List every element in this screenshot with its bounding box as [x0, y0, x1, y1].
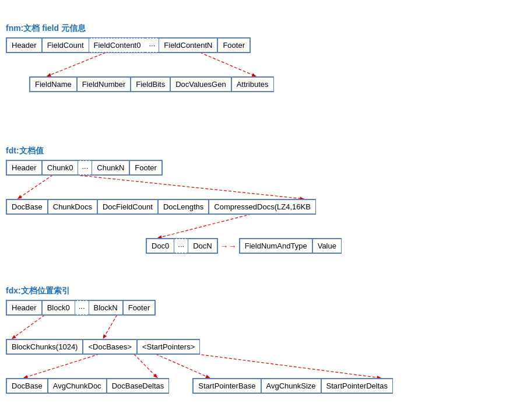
fnm-fieldname: FieldName: [30, 77, 77, 92]
fdx-section: fdx:文档位置索引 Header Block0 ··· BlockN Foot…: [6, 286, 393, 394]
fnm-fieldnumber: FieldNumber: [77, 77, 131, 92]
fnm-dots: ···: [145, 38, 159, 52]
fnm-row1: Header FieldCount FieldContent0 ··· Fiel…: [6, 37, 251, 53]
fnm-fieldcontent0: FieldContent0: [89, 38, 146, 52]
fdx-startpointers: <StartPointers>: [137, 340, 199, 354]
fnm-docvaluesgen: DocValuesGen: [170, 77, 231, 92]
fnm-row2: FieldName FieldNumber FieldBits DocValue…: [29, 76, 274, 92]
fdt-doclengths: DocLengths: [158, 200, 209, 214]
fdt-docfieldcount: DocFieldCount: [97, 200, 158, 214]
fdt-row4: FieldNumAndType Value: [239, 238, 342, 254]
fdt-row3: Doc0 ··· DocN: [146, 238, 218, 254]
fnm-label: fnm:文档 field 元信息: [6, 23, 274, 34]
fdt-chunkdocs: ChunkDocs: [48, 200, 97, 214]
fdt-doc0: Doc0: [146, 239, 174, 253]
fdt-row1: Header Chunk0 ··· ChunkN Footer: [6, 160, 163, 176]
fdx-docbasedeltas: DocBaseDeltas: [107, 379, 169, 393]
fdt-arrow: →→: [220, 242, 237, 251]
fdx-docbases: <DocBases>: [83, 340, 136, 354]
fdx-blockchunks: BlockChunks(1024): [6, 340, 83, 354]
fdx-label: fdx:文档位置索引: [6, 286, 393, 296]
fdt-value: Value: [312, 239, 341, 253]
fnm-fieldcount: FieldCount: [42, 38, 89, 52]
fdt-docbase: DocBase: [6, 200, 48, 214]
fnm-header: Header: [6, 38, 42, 52]
fdx-row3-right: StartPointerBase AvgChunkSize StartPoint…: [192, 378, 393, 394]
fnm-fieldcontentn: FieldContentN: [159, 38, 217, 52]
fdx-row3-left: DocBase AvgChunkDoc DocBaseDeltas: [6, 378, 169, 394]
fdt-dots: ···: [78, 160, 92, 175]
fdt-section: fdt:文档值 Header Chunk0 ··· ChunkN Footer …: [6, 146, 342, 254]
fdx-avgchunkdoc: AvgChunkDoc: [48, 379, 107, 393]
fdx-row2: BlockChunks(1024) <DocBases> <StartPoint…: [6, 339, 200, 355]
fdt-header: Header: [6, 160, 42, 175]
fdt-label: fdt:文档值: [6, 146, 342, 156]
fdt-docn: DocN: [188, 239, 217, 253]
fdx-startpointerbase: StartPointerBase: [193, 379, 261, 393]
fdx-docbase: DocBase: [6, 379, 48, 393]
fnm-section: fnm:文档 field 元信息 Header FieldCount Field…: [6, 23, 274, 92]
fdt-row2: DocBase ChunkDocs DocFieldCount DocLengt…: [6, 199, 316, 215]
fdt-chunk0: Chunk0: [42, 160, 79, 175]
fdt-dots2: ···: [174, 239, 188, 253]
fdx-avgchunksize: AvgChunkSize: [261, 379, 321, 393]
fdt-chunkn: ChunkN: [92, 160, 129, 175]
fdx-dots: ···: [75, 300, 89, 315]
fnm-attributes: Attributes: [231, 77, 273, 92]
fdx-header: Header: [6, 300, 42, 315]
fdx-footer: Footer: [123, 300, 156, 315]
fdx-row1: Header Block0 ··· BlockN Footer: [6, 300, 156, 316]
fdt-fieldnumandtype: FieldNumAndType: [240, 239, 312, 253]
fdx-blockn: BlockN: [89, 300, 123, 315]
fnm-footer: Footer: [217, 38, 250, 52]
fnm-fieldbits: FieldBits: [131, 77, 170, 92]
fdt-footer: Footer: [129, 160, 162, 175]
fdx-startpointerdeltas: StartPointerDeltas: [321, 379, 393, 393]
fdx-block0: Block0: [42, 300, 75, 315]
fdt-compresseddocs: CompressedDocs(LZ4,16KB: [209, 200, 315, 214]
